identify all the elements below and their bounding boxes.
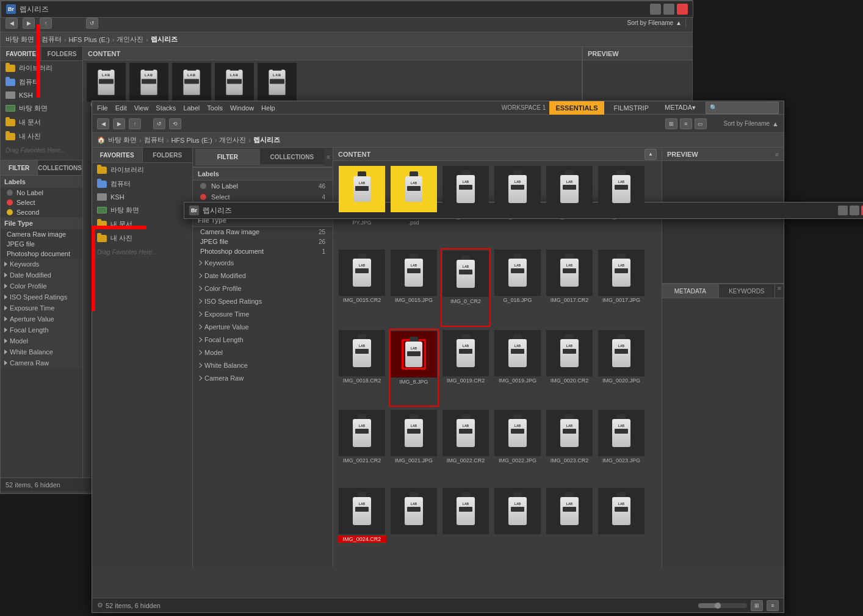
bg-psd-item[interactable]: Photoshop document [1, 249, 82, 259]
fg-filmstrip-view-btn[interactable]: ▭ [695, 118, 707, 129]
fg-filter-menu-btn[interactable]: ≡ [327, 154, 330, 160]
bg-minimize-btn[interactable] [650, 4, 661, 15]
fg-essentials-tab[interactable]: ESSENTIALS [549, 101, 604, 115]
fg-filter-tab[interactable]: FILTER [195, 149, 260, 165]
bg-filter-tab[interactable]: FILTER [1, 160, 38, 175]
fg-menu-label[interactable]: Label [183, 104, 200, 112]
fg-thumb-017jpg[interactable]: LAB IMG_0017.JPG [596, 248, 646, 326]
fg-keywords-cat[interactable]: Keywords [193, 256, 333, 269]
fg-grid-view-btn[interactable]: ⊞ [665, 118, 677, 129]
fg-thumb-020cr2[interactable]: LAB IMG_0020.CR2 [544, 329, 594, 407]
fg-metadata-tab[interactable]: METADA▾ [659, 101, 702, 115]
bg-forward-btn[interactable]: ▶ [23, 18, 35, 29]
fg-datemod-cat[interactable]: Date Modified [193, 269, 333, 282]
bg-isospeed-cat[interactable]: ISO Speed Ratings [1, 292, 82, 303]
fg-thumb-022jpg[interactable]: LAB IMG_0022.JPG [493, 409, 543, 484]
fg-exposure-cat[interactable]: Exposure Time [193, 307, 333, 320]
fg-path-computer[interactable]: 컴퓨터 [144, 135, 164, 145]
fg-thumb-025[interactable]: LAB [389, 487, 439, 564]
bg-path-photos[interactable]: 개인사진 [117, 35, 143, 44]
fg-menu-edit[interactable]: Edit [115, 104, 127, 112]
fg-folders-tab[interactable]: FOLDERS [143, 148, 193, 162]
bg-raw-item[interactable]: Camera Raw image [1, 229, 82, 239]
bg-jpeg-item[interactable]: JPEG file [1, 239, 82, 249]
fg-thumb-023cr2[interactable]: LAB IMG_0023.CR2 [544, 409, 594, 484]
fg-select-item[interactable]: Select 4 [193, 192, 333, 202]
bg-fav-documents[interactable]: 내 문서 [1, 115, 82, 129]
fg-thumb-021jpg[interactable]: LAB IMG_0021.JPG [389, 409, 439, 484]
fg-path-desktop[interactable]: 바탕 화면 [108, 135, 137, 145]
fg-thumb-027[interactable]: LAB [493, 487, 543, 564]
fg-thumb-022cr2[interactable]: LAB IMG_0022.CR2 [441, 409, 491, 484]
fg-thumb-015jpg[interactable]: LAB IMG_0015.JPG [389, 248, 439, 326]
bg-exposure-cat[interactable]: Exposure Time [1, 303, 82, 313]
fg-wb-cat[interactable]: White Balance [193, 359, 333, 371]
fg-collections-tab[interactable]: COLLECTIONS [260, 149, 325, 165]
fg-raw-item[interactable]: Camera Raw image 25 [193, 227, 333, 237]
bg-up-btn[interactable]: ↑ [40, 18, 52, 29]
fg-content-scroll-up[interactable]: ▲ [645, 149, 657, 160]
bg-fav-desktop[interactable]: 바탕 화면 [1, 101, 82, 115]
fg-menu-tools[interactable]: Tools [207, 104, 223, 112]
bg-keywords-cat[interactable]: Keywords [1, 259, 82, 270]
fg-path-current[interactable]: 렙시리즈 [253, 135, 280, 145]
fg-fav-computer[interactable]: 컴퓨터 [92, 177, 192, 191]
fg-psd-item[interactable]: Photoshop document 1 [193, 246, 333, 256]
fg-fav-ksh[interactable]: KSH [92, 191, 192, 203]
fg-focal-cat[interactable]: Focal Length [193, 333, 333, 346]
fg-nolabel-item[interactable]: No Label 46 [193, 181, 333, 192]
fg-thumb-019cr2[interactable]: LAB IMG_0019.CR2 [441, 329, 491, 407]
fg-thumb-018cr2[interactable]: LAB IMG_0018.CR2 [337, 329, 387, 407]
fg-isospeed-cat[interactable]: ISO Speed Ratings [193, 295, 333, 307]
bg-fav-pictures[interactable]: 내 사진 [1, 129, 82, 143]
fg-search-box[interactable]: 🔍 [706, 102, 779, 114]
bg-path-home[interactable]: 바탕 화면 [5, 35, 34, 44]
fg-menu-window[interactable]: Window [230, 104, 254, 112]
fg-menu-stacks[interactable]: Stacks [156, 104, 176, 112]
fg-aperture-cat[interactable]: Aperture Value [193, 320, 333, 333]
fg-keywords-tab[interactable]: KEYWORDS [719, 284, 776, 298]
fg-thumb-021cr2[interactable]: LAB IMG_0021.CR2 [337, 409, 387, 484]
fg-thumb-029[interactable]: LAB [596, 487, 646, 564]
fg-jpeg-item[interactable]: JPEG file 26 [193, 237, 333, 246]
fg-refresh-btn[interactable]: ↺ [153, 118, 165, 129]
bg-back-btn[interactable]: ◀ [5, 18, 18, 29]
fg-menu-view[interactable]: View [134, 104, 149, 112]
fg-win-controls[interactable] [838, 206, 863, 215]
bg-collections-tab[interactable]: COLLECTIONS [38, 160, 82, 175]
bg-win-controls[interactable] [650, 4, 688, 15]
fg-up-btn[interactable]: ↑ [129, 118, 141, 129]
fg-path-drive[interactable]: HFS Plus (E:) [171, 137, 212, 144]
fg-thumb-016jpg[interactable]: LAB G_016.JPG [493, 248, 543, 326]
fg-meta-menu-btn[interactable]: ≡ [775, 284, 784, 298]
fg-thumb-019jpg[interactable]: LAB IMG_0019.JPG [493, 329, 543, 407]
fg-thumb-024cr2[interactable]: LAB IMG_0024.CR2 [337, 487, 387, 564]
fg-back-btn[interactable]: ◀ [97, 118, 109, 129]
fg-thumb-014cr2[interactable]: LAB IMG_0014.CR2 [544, 165, 594, 246]
fg-maximize-btn[interactable] [850, 206, 859, 215]
bg-close-btn[interactable] [677, 4, 688, 15]
fg-thumb-026[interactable]: LAB [441, 487, 491, 564]
fg-fav-library[interactable]: 라이브러리 [92, 163, 192, 177]
bg-model-cat[interactable]: Model [1, 335, 82, 346]
bg-select-item[interactable]: Select [1, 198, 82, 207]
fg-sort-asc-icon[interactable]: ▲ [772, 120, 779, 127]
bg-favorites-tab[interactable]: FAVORITE [1, 47, 42, 60]
fg-list-view-btn[interactable]: ≡ [680, 118, 692, 129]
fg-forward-btn[interactable]: ▶ [113, 118, 125, 129]
fg-fav-desktop[interactable]: 바탕 화면 [92, 203, 192, 217]
fg-thumb-028[interactable]: LAB [544, 487, 594, 564]
fg-thumb-018jpg-selected[interactable]: LAB IMG_8.JPG [389, 329, 439, 407]
bg-path-drive[interactable]: HFS Plus (E:) [68, 36, 109, 43]
bg-cameraraw-cat[interactable]: Camera Raw [1, 357, 82, 368]
fg-thumb-013cr2[interactable]: LAB IMG_0013.CR2 [441, 165, 491, 246]
fg-thumb-014jpg[interactable]: LAB IMG_0014.JPG [596, 165, 646, 246]
bg-maximize-btn[interactable] [663, 4, 674, 15]
fg-minimize-btn[interactable] [838, 206, 848, 215]
bg-fav-ksh[interactable]: KSH [1, 89, 82, 101]
bg-path-computer[interactable]: 컴퓨터 [42, 35, 62, 44]
fg-thumb-020jpg[interactable]: LAB IMG_0020.JPG [596, 329, 646, 407]
fg-thumb-brush-psd[interactable]: LAB Brush Tool.psd [389, 165, 439, 246]
fg-preview-menu-icon[interactable]: ≡ [775, 151, 779, 158]
fg-thumb-015cr2b[interactable]: LAB IMG_0_CR2 [441, 248, 491, 326]
